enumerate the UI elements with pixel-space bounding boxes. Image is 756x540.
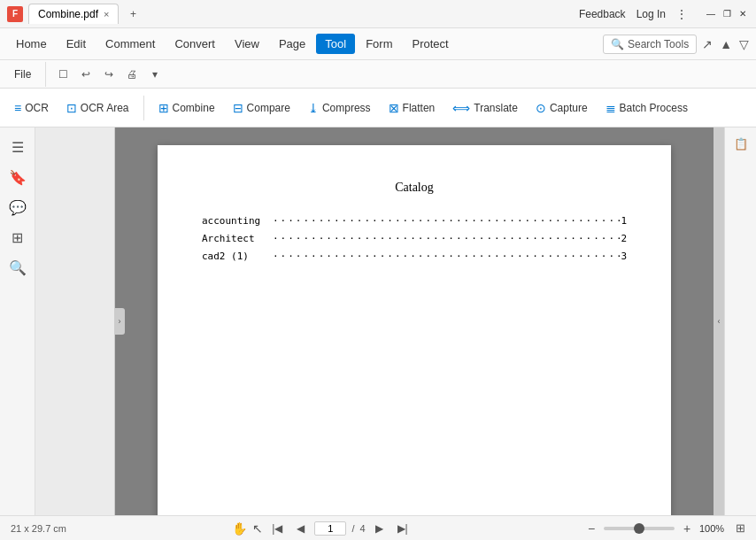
ocr-label: OCR [25, 102, 49, 114]
combine-label: Combine [173, 102, 215, 114]
redo-icon: ↪ [104, 68, 113, 81]
sidebar-comments-button[interactable]: 💬 [5, 195, 30, 220]
translate-icon: ⟺ [452, 101, 470, 115]
translate-button[interactable]: ⟺ Translate [445, 97, 525, 119]
search-tools-button[interactable]: 🔍 Search Tools [603, 35, 697, 54]
pdf-catalog-title: Catalog [202, 181, 627, 195]
compress-label: Compress [322, 102, 371, 114]
pdf-page-accounting: 1 [621, 212, 627, 230]
zoom-slider[interactable] [604, 527, 675, 530]
menu-form[interactable]: Form [357, 34, 401, 54]
next-page-button[interactable]: ▶ [371, 520, 389, 537]
combine-button[interactable]: ⊞ Combine [151, 97, 222, 119]
minimize-button[interactable]: — [705, 8, 717, 20]
batch-process-button[interactable]: ≣ Batch Process [598, 97, 695, 119]
hand-tool-icon[interactable]: ✋ [232, 521, 247, 536]
ocr-area-button[interactable]: ⊡ OCR Area [59, 97, 136, 119]
menu-page[interactable]: Page [270, 34, 314, 54]
collapse-left-icon: › [119, 317, 121, 326]
sidebar-thumbnails-button[interactable]: ☰ [5, 135, 30, 159]
thumbnails-icon: ☰ [12, 139, 24, 156]
search-tools-label: Search Tools [628, 38, 689, 50]
undo-button[interactable]: ↩ [76, 65, 96, 84]
sidebar-bookmarks-button[interactable]: 🔖 [5, 165, 30, 189]
ocr-area-icon: ⊡ [66, 101, 77, 115]
compare-label: Compare [247, 102, 290, 114]
bookmarks-icon: 🔖 [9, 169, 27, 186]
restore-button[interactable]: ❐ [721, 8, 733, 20]
ocr-area-label: OCR Area [81, 102, 129, 114]
ocr-icon: ≡ [14, 101, 21, 115]
sep-2 [143, 96, 144, 120]
more-button[interactable]: ⋮ [676, 8, 687, 20]
redo-button[interactable]: ↪ [99, 65, 119, 84]
new-file-icon: ☐ [58, 68, 68, 81]
dropdown-icon: ▾ [152, 68, 158, 81]
pdf-dots-architect: ········································… [273, 230, 621, 248]
view-toggle-button[interactable]: ⊞ [736, 521, 745, 535]
first-page-button[interactable]: |◀ [268, 520, 286, 537]
pdf-dots-cad2: ········································… [273, 248, 621, 266]
page-separator: / [351, 523, 354, 534]
compare-icon: ⊟ [233, 101, 243, 115]
current-page-input[interactable]: 1 [314, 521, 346, 536]
flatten-icon: ⊠ [389, 101, 399, 115]
tab-title: Combine.pdf [38, 8, 98, 20]
page-navigation: ✋ ↖ |◀ ◀ 1 / 4 ▶ ▶| [232, 520, 411, 537]
left-panel-collapse-button[interactable]: › [114, 308, 125, 335]
last-page-button[interactable]: ▶| [394, 520, 412, 537]
pdf-page-architect: 2 [621, 230, 627, 248]
combine-icon: ⊞ [158, 101, 169, 115]
menu-bar: Home Edit Comment Convert View Page Tool… [0, 28, 756, 60]
pdf-content: accounting ·····························… [202, 212, 627, 265]
compress-button[interactable]: ⤓ Compress [301, 97, 378, 119]
new-tab-button[interactable]: + [124, 5, 142, 23]
zoom-level: 100% [699, 523, 730, 534]
menu-convert[interactable]: Convert [166, 34, 224, 54]
undo-icon: ↩ [81, 68, 90, 81]
external-link-icon[interactable]: ↗ [702, 37, 713, 51]
zoom-controls: − + 100% ⊞ [584, 521, 745, 536]
right-sidebar-tool-button[interactable]: 📋 [729, 131, 753, 156]
pdf-row-accounting: accounting ·····························… [202, 212, 627, 230]
title-bar: F Combine.pdf × + Feedback Log In ⋮ — ❐ … [0, 0, 756, 28]
active-tab[interactable]: Combine.pdf × [28, 4, 119, 24]
help-icon[interactable]: ▽ [739, 37, 749, 51]
flatten-button[interactable]: ⊠ Flatten [382, 97, 443, 119]
file-menu-button[interactable]: File [7, 66, 38, 83]
sidebar-search-button[interactable]: 🔍 [5, 255, 30, 280]
tab-close-button[interactable]: × [104, 9, 109, 19]
ocr-button[interactable]: ≡ OCR [7, 97, 56, 119]
feedback-button[interactable]: Feedback [579, 8, 626, 20]
more-tools-button[interactable]: ▾ [145, 65, 165, 84]
sidebar-pages-button[interactable]: ⊞ [5, 225, 30, 250]
login-button[interactable]: Log In [636, 8, 666, 20]
menu-home[interactable]: Home [7, 34, 56, 54]
menu-tool[interactable]: Tool [316, 34, 355, 54]
pdf-label-accounting: accounting [202, 212, 273, 230]
main-area: ☰ 🔖 💬 ⊞ 🔍 › Catalog accounting ·········… [0, 127, 756, 515]
compare-button[interactable]: ⊟ Compare [226, 97, 297, 119]
right-panel-collapse-button[interactable]: ‹ [714, 127, 724, 515]
zoom-in-button[interactable]: + [680, 521, 694, 536]
capture-icon: ⊙ [536, 101, 546, 115]
title-bar-right: Feedback Log In ⋮ — ❐ ✕ [579, 8, 749, 20]
menu-comment[interactable]: Comment [96, 34, 164, 54]
expand-icon[interactable]: ▲ [720, 37, 732, 51]
menu-edit[interactable]: Edit [58, 34, 95, 54]
menu-view[interactable]: View [226, 34, 268, 54]
select-tool-icon[interactable]: ↖ [252, 521, 263, 536]
window-controls: — ❐ ✕ [705, 8, 749, 20]
title-bar-left: F Combine.pdf × + [7, 4, 579, 24]
print-button[interactable]: 🖨 [122, 65, 142, 84]
translate-label: Translate [474, 102, 518, 114]
new-file-button[interactable]: ☐ [53, 65, 73, 84]
capture-button[interactable]: ⊙ Capture [528, 97, 595, 119]
zoom-out-button[interactable]: − [584, 521, 598, 536]
close-button[interactable]: ✕ [737, 8, 749, 20]
pdf-viewer[interactable]: Catalog accounting ·····················… [115, 127, 714, 515]
zoom-thumb [634, 523, 644, 534]
prev-page-button[interactable]: ◀ [291, 520, 309, 537]
menu-protect[interactable]: Protect [404, 34, 458, 54]
app-icon: F [7, 6, 23, 22]
